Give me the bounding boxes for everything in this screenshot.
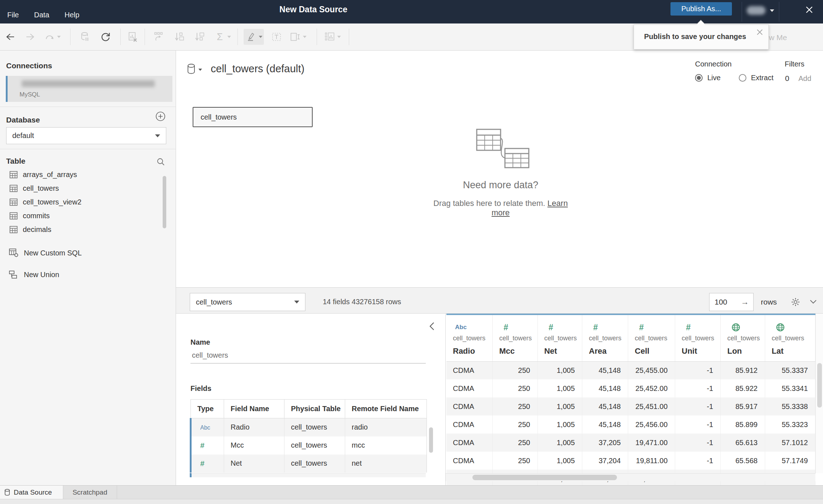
new-union-button[interactable]: New Union (9, 267, 160, 282)
show-me-caret-icon[interactable] (337, 36, 341, 38)
replay-caret-icon[interactable] (57, 36, 61, 38)
grid-column-header-net[interactable]: #cell_towersNet (537, 315, 582, 361)
grid-vertical-scrollbar[interactable] (815, 314, 823, 473)
database-cylinder-icon[interactable] (187, 64, 196, 74)
database-select-value: default (12, 132, 34, 140)
sort-ascending-icon[interactable] (173, 31, 185, 43)
field-cell: net (345, 455, 427, 473)
column-field-name: Net (544, 346, 557, 356)
sidebar-table-arrays_of_arrays[interactable]: arrays_of_arrays (0, 168, 170, 181)
table-title: Table (6, 157, 25, 165)
grid-cell: -1 (675, 379, 721, 397)
menu-data[interactable]: Data (34, 11, 49, 19)
connection-item[interactable]: MySQL (6, 76, 172, 102)
search-icon[interactable] (157, 158, 165, 166)
window-title: New Data Source (248, 5, 378, 14)
grid-column-header-cell[interactable]: #cell_towersCell (628, 315, 675, 361)
column-table-label: cell_towers (635, 335, 667, 342)
table-list-scrollbar[interactable] (163, 176, 166, 228)
chevron-down-icon[interactable] (809, 299, 817, 305)
table-name-input[interactable] (190, 351, 426, 363)
menubar: FileDataHelp (7, 11, 80, 19)
row-limit-input[interactable] (715, 298, 738, 306)
grid-column-header-lat[interactable]: cell_towersLat (765, 315, 815, 361)
field-row-net[interactable]: #Netcell_towersnet (191, 455, 427, 473)
grid-column-header-radio[interactable]: Abccell_towersRadio (446, 315, 493, 361)
redo-icon[interactable] (24, 31, 36, 43)
collapse-panel-icon[interactable] (429, 322, 436, 331)
rows-label: rows (761, 298, 777, 306)
fit-selector-caret-icon[interactable] (303, 36, 307, 38)
user-avatar[interactable] (747, 6, 766, 15)
grid-column-header-unit[interactable]: #cell_towersUnit (675, 315, 721, 361)
datasource-caret-icon[interactable] (198, 69, 202, 71)
grid-cell: 25,456.00 (628, 415, 675, 434)
logical-table-cell-towers[interactable]: cell_towers (193, 107, 313, 127)
totals-icon[interactable]: Σ (214, 31, 226, 43)
sort-descending-icon[interactable] (193, 31, 206, 43)
grid-cell: 57.1012 (765, 434, 815, 452)
grid-column-header-lon[interactable]: cell_towersLon (721, 315, 765, 361)
menu-help[interactable]: Help (64, 11, 79, 19)
grid-horizontal-scrollbar[interactable] (446, 473, 815, 481)
gear-icon[interactable] (790, 297, 801, 307)
sidebar-table-cell_towers_view2[interactable]: cell_towers_view2 (0, 195, 170, 209)
table-list: arrays_of_arrays cell_towers cell_towers… (0, 168, 170, 236)
metadata-panel: Name Fields TypeField NamePhysical Table… (176, 314, 445, 485)
grid-column-header-area[interactable]: #cell_towersArea (582, 315, 628, 361)
undo-icon[interactable] (4, 31, 17, 43)
toolbar-divider (349, 29, 349, 45)
grid-cell: 65.613 (721, 434, 765, 452)
grid-vscroll-thumb[interactable] (817, 363, 822, 408)
text-label-icon[interactable] (270, 31, 283, 43)
sheet-tab-label: Scratchpad (73, 488, 107, 496)
grid-cell: 55.3323 (765, 415, 815, 434)
tab-data-source[interactable]: Data Source (0, 486, 63, 499)
refresh-data-source-icon[interactable] (99, 31, 112, 43)
database-select[interactable]: default (6, 127, 166, 144)
replay-icon[interactable] (43, 31, 56, 43)
sidebar-table-decimals[interactable]: decimals (0, 223, 170, 236)
grid-cell: 45,148 (582, 397, 628, 415)
sidebar-table-cell_towers[interactable]: cell_towers (0, 181, 170, 195)
apply-row-limit-icon[interactable]: → (741, 297, 749, 307)
grid-cell: 85.899 (721, 415, 765, 434)
tab-scratchpad[interactable]: Scratchpad (63, 486, 117, 499)
connection-radio-extract[interactable]: Extract (739, 74, 773, 82)
grid-cell: CDMA (446, 415, 493, 434)
highlight-button[interactable] (244, 29, 264, 45)
filters-add-button[interactable]: Add (798, 74, 811, 83)
grid-column-header-mcc[interactable]: #cell_towersMcc (493, 315, 537, 361)
number-type-icon: # (639, 323, 644, 332)
grid-cell: 250 (493, 397, 537, 415)
user-menu-caret-icon[interactable] (770, 9, 774, 12)
grid-header-row: Abccell_towersRadio#cell_towersMcc#cell_… (446, 315, 815, 361)
grid-hscroll-thumb[interactable] (472, 475, 617, 480)
preview-table-select[interactable]: cell_towers (190, 293, 305, 311)
sheet-tab-label: Data Source (14, 488, 52, 496)
clear-sheet-icon[interactable] (127, 31, 139, 43)
toolbar-divider (317, 29, 317, 45)
connection-type-label: MySQL (20, 91, 40, 98)
new-custom-sql-button[interactable]: New Custom SQL (9, 246, 160, 260)
geographic-type-icon (776, 323, 785, 332)
show-me-panel-icon[interactable] (323, 31, 336, 43)
swap-rows-columns-icon[interactable] (153, 31, 165, 43)
field-row-radio[interactable]: AbcRadiocell_towersradio (191, 418, 427, 436)
fit-selector-icon[interactable] (289, 31, 301, 43)
sidebar-table-commits[interactable]: commits (0, 209, 170, 223)
fields-rows-summary: 14 fields 43276158 rows (323, 298, 401, 306)
string-type-icon: Abc (455, 324, 467, 331)
connection-radio-live[interactable]: Live (695, 74, 721, 82)
add-connection-icon[interactable] (155, 111, 166, 121)
tooltip-close-icon[interactable] (755, 28, 764, 36)
pause-auto-updates-icon[interactable] (79, 31, 91, 43)
grid-cell: CDMA (446, 397, 493, 415)
fields-scrollbar[interactable] (429, 427, 433, 453)
close-window-icon[interactable] (804, 4, 816, 19)
field-row-mcc[interactable]: #Mcccell_towersmcc (191, 436, 427, 455)
publish-as-button[interactable]: Publish As... (670, 2, 732, 16)
menu-file[interactable]: File (7, 11, 19, 19)
totals-caret-icon[interactable] (227, 36, 231, 38)
field-cell: Radio (224, 418, 284, 436)
